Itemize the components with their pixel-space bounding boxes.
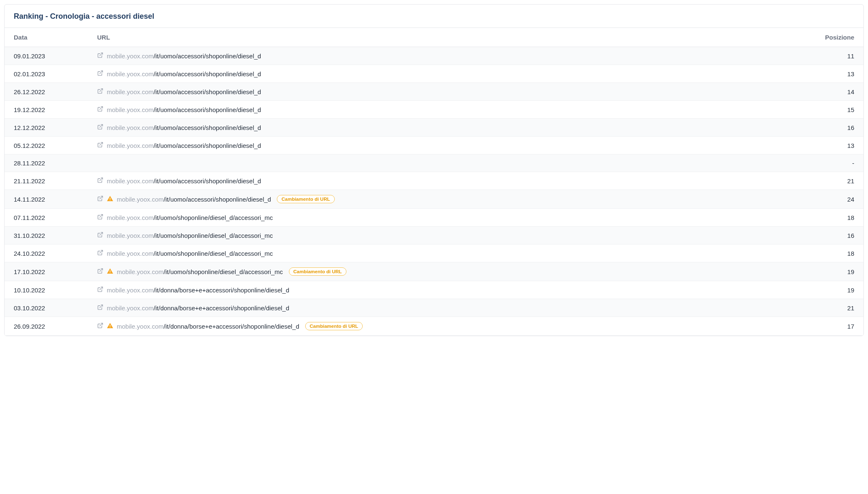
url-domain: mobile.yoox.com (117, 196, 164, 203)
url-domain: mobile.yoox.com (117, 323, 164, 330)
cell-date: 17.10.2022 (5, 262, 88, 281)
svg-rect-20 (110, 327, 110, 327)
url-domain: mobile.yoox.com (107, 142, 154, 149)
url-link[interactable]: mobile.yoox.com/it/uomo/accessori/shopon… (107, 177, 261, 185)
cell-position: 16 (813, 119, 863, 137)
cell-date: 26.09.2022 (5, 317, 88, 336)
table-row: 26.12.2022mobile.yoox.com/it/uomo/access… (5, 83, 863, 101)
url-link[interactable]: mobile.yoox.com/it/donna/borse+e+accesso… (107, 304, 289, 312)
svg-line-1 (100, 71, 103, 74)
url-link[interactable]: mobile.yoox.com/it/uomo/shoponline/diese… (117, 268, 283, 275)
url-link[interactable]: mobile.yoox.com/it/uomo/accessori/shopon… (107, 106, 261, 113)
url-domain: mobile.yoox.com (107, 232, 154, 239)
svg-rect-15 (110, 272, 110, 273)
url-path: /it/uomo/accessori/shoponline/diesel_d (164, 196, 271, 203)
cell-date: 26.12.2022 (5, 83, 88, 101)
url-path: /it/uomo/accessori/shoponline/diesel_d (154, 124, 261, 131)
svg-rect-14 (110, 270, 110, 272)
cell-url: mobile.yoox.com/it/uomo/accessori/shopon… (88, 119, 813, 137)
external-link-icon[interactable] (97, 232, 103, 239)
url-link[interactable]: mobile.yoox.com/it/uomo/shoponline/diese… (107, 250, 273, 257)
svg-line-16 (100, 287, 103, 290)
url-wrap: mobile.yoox.com/it/uomo/accessori/shopon… (97, 106, 261, 113)
url-path: /it/uomo/accessori/shoponline/diesel_d (154, 106, 261, 113)
external-link-icon[interactable] (97, 214, 103, 221)
external-link-icon[interactable] (97, 142, 103, 149)
url-wrap: mobile.yoox.com/it/uomo/shoponline/diese… (97, 249, 273, 257)
url-path: /it/uomo/shoponline/diesel_d/accessori_m… (154, 232, 273, 239)
svg-line-5 (100, 142, 103, 145)
header-position[interactable]: Posizione (813, 28, 863, 47)
url-link[interactable]: mobile.yoox.com/it/uomo/accessori/shopon… (107, 88, 261, 95)
cell-position: 11 (813, 47, 863, 65)
cell-date: 05.12.2022 (5, 137, 88, 155)
cell-url: mobile.yoox.com/it/uomo/shoponline/diese… (88, 209, 813, 227)
cell-url: mobile.yoox.com/it/uomo/shoponline/diese… (88, 227, 813, 245)
url-domain: mobile.yoox.com (107, 304, 154, 312)
url-link[interactable]: mobile.yoox.com/it/uomo/shoponline/diese… (107, 214, 273, 221)
url-wrap: mobile.yoox.com/it/uomo/accessori/shopon… (97, 142, 261, 149)
svg-rect-8 (110, 198, 110, 200)
url-wrap: mobile.yoox.com/it/donna/borse+e+accesso… (97, 286, 289, 294)
cell-position: 19 (813, 281, 863, 299)
url-domain: mobile.yoox.com (107, 124, 154, 131)
url-wrap: mobile.yoox.com/it/uomo/shoponline/diese… (97, 267, 346, 276)
url-link[interactable]: mobile.yoox.com/it/uomo/accessori/shopon… (107, 52, 261, 60)
url-link[interactable]: mobile.yoox.com/it/uomo/accessori/shopon… (107, 70, 261, 77)
cell-url (88, 155, 813, 172)
url-wrap: mobile.yoox.com/it/uomo/accessori/shopon… (97, 177, 261, 185)
external-link-icon[interactable] (97, 88, 103, 95)
svg-line-4 (100, 125, 103, 127)
table-row: 24.10.2022mobile.yoox.com/it/uomo/shopon… (5, 245, 863, 262)
svg-line-0 (100, 53, 103, 56)
header-url[interactable]: URL (88, 28, 813, 47)
url-link[interactable]: mobile.yoox.com/it/uomo/shoponline/diese… (107, 232, 273, 239)
url-link[interactable]: mobile.yoox.com/it/uomo/accessori/shopon… (107, 142, 261, 149)
url-wrap: mobile.yoox.com/it/uomo/shoponline/diese… (97, 232, 273, 239)
url-wrap: mobile.yoox.com/it/uomo/accessori/shopon… (97, 52, 261, 60)
external-link-icon[interactable] (97, 70, 103, 77)
url-change-badge: Cambiamento di URL (305, 322, 363, 330)
table-row: 07.11.2022mobile.yoox.com/it/uomo/shopon… (5, 209, 863, 227)
external-link-icon[interactable] (97, 304, 103, 312)
table-row: 14.11.2022mobile.yoox.com/it/uomo/access… (5, 190, 863, 209)
url-wrap: mobile.yoox.com/it/uomo/accessori/shopon… (97, 70, 261, 77)
table-row: 10.10.2022mobile.yoox.com/it/donna/borse… (5, 281, 863, 299)
external-link-icon[interactable] (97, 195, 103, 203)
table-row: 21.11.2022mobile.yoox.com/it/uomo/access… (5, 172, 863, 190)
external-link-icon[interactable] (97, 52, 103, 60)
header-date[interactable]: Data (5, 28, 88, 47)
cell-url: mobile.yoox.com/it/uomo/accessori/shopon… (88, 83, 813, 101)
url-change-badge: Cambiamento di URL (289, 267, 346, 276)
cell-position: 18 (813, 209, 863, 227)
cell-position: 24 (813, 190, 863, 209)
external-link-icon[interactable] (97, 124, 103, 131)
cell-url: mobile.yoox.com/it/donna/borse+e+accesso… (88, 317, 813, 336)
url-link[interactable]: mobile.yoox.com/it/donna/borse+e+accesso… (107, 287, 289, 294)
cell-date: 19.12.2022 (5, 101, 88, 119)
external-link-icon[interactable] (97, 249, 103, 257)
cell-date: 14.11.2022 (5, 190, 88, 209)
ranking-table: Data URL Posizione 09.01.2023mobile.yoox… (5, 27, 863, 336)
svg-line-10 (100, 215, 103, 217)
url-link[interactable]: mobile.yoox.com/it/donna/borse+e+accesso… (117, 323, 299, 330)
external-link-icon[interactable] (97, 106, 103, 113)
url-wrap: mobile.yoox.com/it/uomo/shoponline/diese… (97, 214, 273, 221)
external-link-icon[interactable] (97, 286, 103, 294)
external-link-icon[interactable] (97, 177, 103, 185)
url-path: /it/donna/borse+e+accessori/shoponline/d… (154, 287, 289, 294)
warning-icon (107, 322, 113, 330)
external-link-icon[interactable] (97, 322, 103, 330)
cell-position: 13 (813, 65, 863, 83)
cell-url: mobile.yoox.com/it/uomo/shoponline/diese… (88, 262, 813, 281)
url-link[interactable]: mobile.yoox.com/it/uomo/accessori/shopon… (107, 124, 261, 131)
cell-position: 18 (813, 245, 863, 262)
url-domain: mobile.yoox.com (107, 214, 154, 221)
cell-position: 14 (813, 83, 863, 101)
url-path: /it/uomo/accessori/shoponline/diesel_d (154, 88, 261, 95)
external-link-icon[interactable] (97, 268, 103, 275)
cell-date: 10.10.2022 (5, 281, 88, 299)
cell-date: 12.12.2022 (5, 119, 88, 137)
url-link[interactable]: mobile.yoox.com/it/uomo/accessori/shopon… (117, 196, 271, 203)
url-domain: mobile.yoox.com (107, 250, 154, 257)
